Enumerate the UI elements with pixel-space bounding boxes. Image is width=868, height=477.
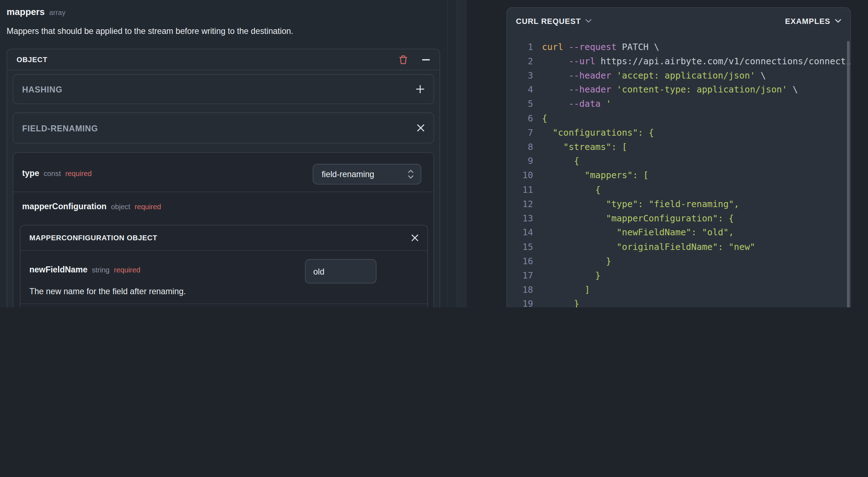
field-type: array bbox=[49, 8, 66, 16]
code-line: 16 } bbox=[507, 254, 851, 268]
newFieldName-desc: The new name for the field after renamin… bbox=[29, 286, 186, 296]
newFieldName-name: newFieldName bbox=[29, 265, 87, 274]
curl-request-title[interactable]: CURL REQUEST bbox=[516, 17, 581, 26]
code-line: 17 } bbox=[507, 268, 851, 283]
examples-dropdown[interactable]: EXAMPLES bbox=[785, 17, 842, 26]
close-icon[interactable] bbox=[411, 234, 418, 241]
chevron-down-icon bbox=[835, 19, 842, 23]
code-line: 8 "streams": [ bbox=[507, 140, 851, 154]
mapper-config-prop: mapperConfiguration object required bbox=[22, 202, 161, 211]
code-line: 13 "mapperConfiguration": { bbox=[507, 211, 851, 226]
type-select[interactable]: field-renaming bbox=[313, 164, 421, 184]
code-line: 18 ] bbox=[507, 283, 851, 297]
code-line: 19 } bbox=[507, 297, 851, 307]
mapper-config-kind: object bbox=[111, 203, 130, 211]
plus-icon[interactable] bbox=[416, 85, 425, 94]
newFieldName-prop: newFieldName string required bbox=[29, 265, 140, 274]
field-name: mappers bbox=[7, 7, 45, 17]
newFieldName-kind: string bbox=[92, 266, 110, 274]
code-line: 2 --url https://api.airbyte.com/v1/conne… bbox=[507, 54, 851, 69]
code-line: 7 "configurations": { bbox=[507, 126, 851, 140]
code-line: 12 "type": "field-renaming", bbox=[507, 197, 851, 211]
close-icon[interactable] bbox=[417, 124, 425, 132]
field-renaming-content: type const required field-renaming mappe… bbox=[13, 152, 434, 307]
scrollbar-track[interactable] bbox=[457, 0, 467, 307]
object-panel-title: OBJECT bbox=[17, 55, 47, 64]
pane-divider[interactable] bbox=[447, 0, 466, 307]
chevron-down-icon[interactable] bbox=[585, 19, 592, 23]
code-line: 14 "newFieldName": "old", bbox=[507, 226, 851, 240]
code-line: 5 --data ' bbox=[507, 97, 851, 111]
schema-pane: mappers array Mappers that should be app… bbox=[0, 0, 448, 307]
examples-label: EXAMPLES bbox=[785, 17, 831, 26]
type-prop-name: type bbox=[22, 169, 39, 178]
curl-request-header: CURL REQUEST EXAMPLES bbox=[507, 8, 851, 34]
newFieldName-required: required bbox=[114, 266, 140, 274]
field-title-row: mappers array bbox=[7, 7, 66, 17]
code-line: 9 { bbox=[507, 154, 851, 169]
section-hashing[interactable]: HASHING bbox=[13, 74, 434, 104]
code-line: 11 { bbox=[507, 183, 851, 197]
type-prop: type const required bbox=[22, 169, 92, 178]
mapper-config-name: mapperConfiguration bbox=[22, 202, 107, 211]
mapper-configuration-title: MAPPERCONFIGURATION OBJECT bbox=[29, 234, 157, 242]
object-panel-header: OBJECT bbox=[7, 49, 439, 70]
code-line: 6{ bbox=[507, 111, 851, 126]
curl-request-panel: CURL REQUEST EXAMPLES 1curl --request PA… bbox=[506, 7, 851, 307]
code-line: 15 "originalFieldName": "new" bbox=[507, 240, 851, 254]
mapper-configuration-header: MAPPERCONFIGURATION OBJECT bbox=[20, 225, 427, 251]
code-line: 10 "mappers": [ bbox=[507, 169, 851, 183]
section-hashing-label: HASHING bbox=[22, 85, 62, 94]
code-line: 3 --header 'accept: application/json' \ bbox=[507, 69, 851, 83]
section-field-renaming[interactable]: FIELD-RENAMING bbox=[13, 112, 434, 144]
newFieldName-input[interactable] bbox=[305, 259, 377, 283]
mapper-config-required: required bbox=[135, 203, 161, 211]
mapper-configuration-panel: MAPPERCONFIGURATION OBJECT newFieldName … bbox=[20, 225, 428, 307]
stepper-icon bbox=[408, 169, 414, 179]
code-line: 1curl --request PATCH \ bbox=[507, 40, 851, 54]
type-select-value: field-renaming bbox=[322, 170, 402, 179]
trash-icon bbox=[399, 55, 408, 65]
collapse-object-button[interactable] bbox=[422, 59, 430, 61]
field-description: Mappers that should be applied to the st… bbox=[7, 26, 293, 35]
request-pane: CURL REQUEST EXAMPLES 1curl --request PA… bbox=[466, 0, 868, 307]
type-prop-kind: const bbox=[44, 170, 61, 178]
vertical-scrollbar[interactable] bbox=[847, 41, 850, 307]
code-line: 4 --header 'content-type: application/js… bbox=[507, 83, 851, 97]
delete-object-button[interactable] bbox=[399, 55, 408, 65]
object-panel: OBJECT HASHING FIE bbox=[7, 49, 440, 307]
type-prop-required: required bbox=[65, 170, 92, 178]
code-lines: 1curl --request PATCH \2 --url https://a… bbox=[507, 40, 851, 307]
code-block[interactable]: 1curl --request PATCH \2 --url https://a… bbox=[507, 34, 851, 307]
page: mappers array Mappers that should be app… bbox=[0, 0, 868, 307]
section-field-renaming-label: FIELD-RENAMING bbox=[22, 123, 98, 132]
minus-icon bbox=[422, 59, 430, 61]
